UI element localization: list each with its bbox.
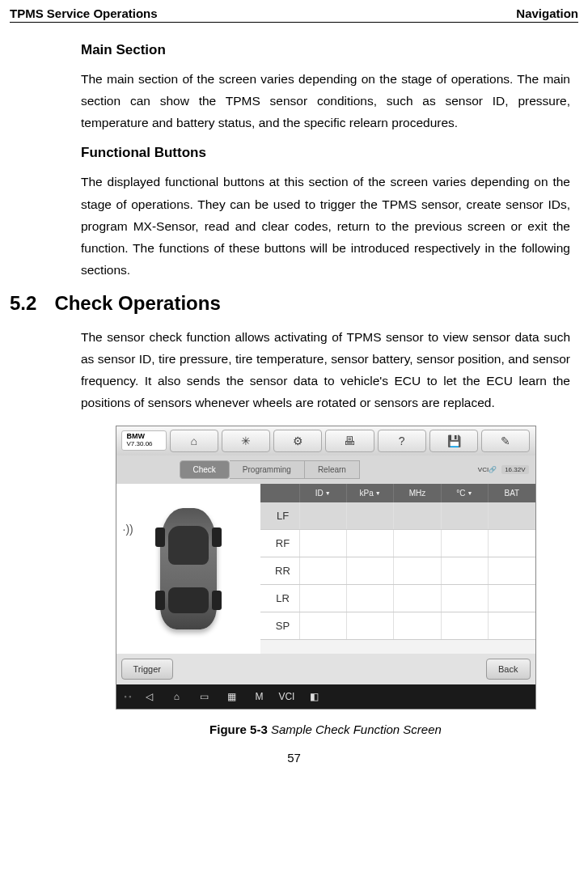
- col-kpa[interactable]: kPa▼: [346, 484, 393, 502]
- table-row[interactable]: RF: [260, 530, 535, 557]
- back-button[interactable]: Back: [486, 659, 530, 680]
- trigger-button[interactable]: Trigger: [121, 659, 173, 680]
- row-pos: LF: [260, 510, 299, 522]
- car-pane: ·)): [116, 484, 260, 654]
- table-header: ID▼ kPa▼ MHz °C▼ BAT: [260, 484, 535, 502]
- col-bat[interactable]: BAT: [488, 484, 535, 502]
- heading-functional-buttons: Functional Buttons: [81, 145, 570, 161]
- header-right: Navigation: [516, 6, 578, 20]
- table-row[interactable]: LR: [260, 585, 535, 612]
- page-number: 57: [10, 751, 578, 765]
- tab-relearn[interactable]: Relearn: [305, 460, 360, 479]
- figure-caption: Figure 5-3 Sample Check Function Screen: [81, 722, 570, 736]
- signal-icon: ·)): [123, 523, 133, 536]
- col-c[interactable]: °C▼: [441, 484, 488, 502]
- vci-nav-icon[interactable]: VCI: [277, 688, 296, 705]
- figure-check-screen: BMW V7.30.06 ⌂ ✳ ⚙ 🖶 ? 💾 ✎ Check Program…: [116, 426, 536, 710]
- print-icon[interactable]: 🖶: [325, 430, 374, 452]
- car-graphic: [160, 508, 217, 629]
- col-mhz[interactable]: MHz: [393, 484, 440, 502]
- brand-version: V7.30.06: [127, 441, 161, 448]
- chevron-down-icon: ▼: [325, 490, 331, 496]
- header-left: TPMS Service Operations: [10, 6, 158, 20]
- help-icon[interactable]: ?: [378, 430, 426, 452]
- camera-icon[interactable]: ◧: [304, 688, 324, 705]
- vci-label: VCI🔗: [478, 466, 497, 473]
- section-number: 5.2: [10, 292, 36, 315]
- nav-pager: ◦ ◦: [125, 688, 132, 705]
- table-row[interactable]: RR: [260, 557, 535, 585]
- apps-icon[interactable]: ▦: [222, 688, 241, 705]
- wheel-rl-icon: [155, 591, 165, 610]
- row-pos: LR: [260, 592, 299, 604]
- voltage-badge: 16.32V: [501, 465, 528, 474]
- save-icon[interactable]: 💾: [429, 430, 478, 452]
- system-nav-bar: ◦ ◦ ◁ ⌂ ▭ ▦ M VCI ◧: [116, 684, 535, 709]
- table-row[interactable]: SP: [260, 612, 535, 640]
- data-table: ID▼ kPa▼ MHz °C▼ BAT LF RF: [260, 484, 535, 654]
- figure-bottom-bar: Trigger Back: [116, 654, 535, 684]
- table-row[interactable]: LF: [260, 502, 535, 530]
- home-icon[interactable]: ⌂: [167, 688, 186, 705]
- gear-icon[interactable]: ✳: [222, 430, 270, 452]
- row-pos: RR: [260, 565, 299, 577]
- col-id[interactable]: ID▼: [299, 484, 346, 502]
- wheel-fl-icon: [155, 528, 165, 547]
- edit-icon[interactable]: ✎: [481, 430, 530, 452]
- brand-box: BMW V7.30.06: [121, 430, 167, 451]
- chevron-down-icon: ▼: [467, 490, 473, 496]
- tab-check[interactable]: Check: [180, 460, 230, 479]
- figure-label: Figure 5-3: [209, 722, 268, 736]
- figure-tabs: Check Programming Relearn VCI🔗 16.32V: [116, 455, 535, 484]
- chevron-down-icon: ▼: [375, 490, 381, 496]
- settings-icon[interactable]: ⚙: [273, 430, 322, 452]
- back-icon[interactable]: ◁: [139, 688, 159, 705]
- row-pos: RF: [260, 537, 299, 549]
- row-pos: SP: [260, 620, 299, 632]
- home-icon[interactable]: ⌂: [170, 430, 218, 452]
- recent-icon[interactable]: ▭: [194, 688, 214, 705]
- tab-programming[interactable]: Programming: [230, 460, 305, 479]
- wheel-fr-icon: [212, 528, 222, 547]
- section-title-check-operations: Check Operations: [54, 292, 220, 315]
- figure-toolbar: BMW V7.30.06 ⌂ ✳ ⚙ 🖶 ? 💾 ✎: [116, 426, 535, 455]
- app-m-icon[interactable]: M: [249, 688, 269, 705]
- para-main-section: The main section of the screen varies de…: [81, 68, 570, 133]
- wheel-rr-icon: [212, 591, 222, 610]
- para-functional-buttons: The displayed functional buttons at this…: [81, 171, 570, 281]
- figure-caption-text: Sample Check Function Screen: [271, 722, 442, 736]
- heading-main-section: Main Section: [81, 42, 570, 58]
- para-check-operations: The sensor check function allows activat…: [81, 326, 570, 414]
